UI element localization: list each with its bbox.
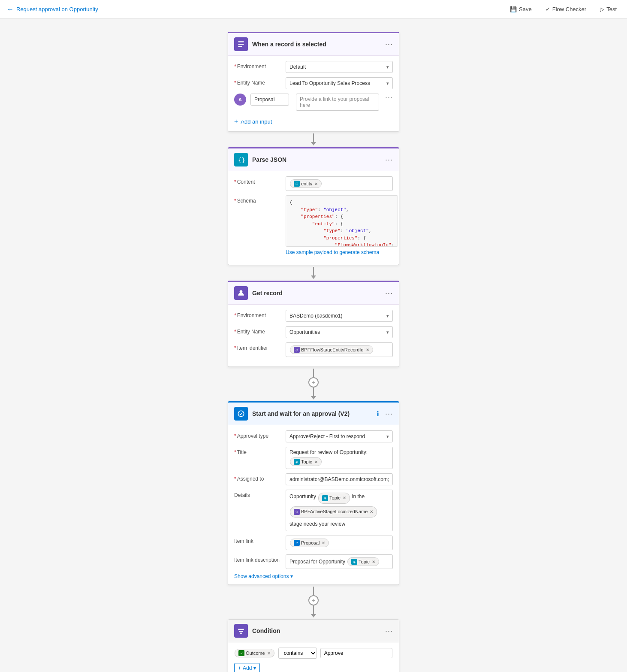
title-topic-icon: ◈ <box>294 459 300 465</box>
approval-menu[interactable]: ··· <box>385 410 393 418</box>
item-link-field[interactable]: P Proposal ✕ <box>286 536 393 550</box>
approval-title-field[interactable]: Request for review of Opportunity: ◈ Top… <box>286 447 393 469</box>
condition-menu[interactable]: ··· <box>385 627 393 635</box>
get-entity-label: *Entity Name <box>234 326 281 335</box>
nav-actions: 💾 Save ✓ Flow Checker ▷ Test <box>506 4 620 14</box>
add-input-button[interactable]: + Add an input <box>234 115 393 126</box>
connector-line <box>313 133 314 142</box>
proposal-name-field[interactable]: Proposal <box>250 94 289 106</box>
approval-title-row: *Title Request for review of Opportunity… <box>234 447 393 469</box>
add-condition-button[interactable]: + Add ▾ <box>234 663 260 672</box>
approval-card: Start and wait for an approval (V2) ℹ ··… <box>228 401 399 585</box>
item-id-label: *Item identifier <box>234 342 281 351</box>
item-link-proposal-tag: P Proposal ✕ <box>290 539 329 547</box>
add-step-button-1[interactable]: + <box>308 377 319 387</box>
connector-line-3 <box>313 369 314 377</box>
approval-type-label: *Approval type <box>234 430 281 439</box>
proposal-placeholder-field[interactable]: Provide a link to your proposal here <box>296 94 379 111</box>
get-record-menu[interactable]: ··· <box>385 289 393 297</box>
item-link-desc-row: Item link description Proposal for Oppor… <box>234 554 393 569</box>
operator-select[interactable]: contains <box>278 648 317 659</box>
get-env-select[interactable]: BASDemo (basdemo1) ▾ <box>286 310 393 322</box>
connector-arrow-2 <box>311 275 316 279</box>
proposal-menu[interactable]: ··· <box>385 94 393 101</box>
details-stage-tag: ◇ BPFActiveStageLocalizedName ✕ <box>290 506 377 518</box>
item-link-proposal-remove[interactable]: ✕ <box>322 541 325 545</box>
bpf-tag: ◇ BPFFlowStageEntityRecordId ✕ <box>290 345 373 354</box>
get-record-title: Get record <box>252 290 381 297</box>
title-topic-remove[interactable]: ✕ <box>314 460 318 464</box>
flow-checker-icon: ✓ <box>546 6 550 12</box>
details-topic-icon: ◈ <box>322 495 328 501</box>
get-entity-select[interactable]: Opportunities ▾ <box>286 326 393 338</box>
schema-label: *Schema <box>234 195 281 204</box>
condition-header: Condition ··· <box>228 620 399 642</box>
schema-field-container: { "type": "object", "properties": { "ent… <box>286 195 398 255</box>
save-button[interactable]: 💾 Save <box>506 4 535 14</box>
parse-json-body: *Content ⊞ entity ✕ *Schema { <box>228 171 399 265</box>
test-icon: ▷ <box>600 6 604 12</box>
add-step-button-2[interactable]: + <box>308 595 319 605</box>
condition-card: Condition ··· ✓ Outcome ✕ contains + Add… <box>228 619 399 672</box>
entity-row: *Entity Name Lead To Opportunity Sales P… <box>234 77 393 89</box>
show-advanced-button[interactable]: Show advanced options ▾ <box>234 573 393 579</box>
back-button[interactable]: ← Request approval on Opportunity <box>7 6 98 13</box>
proposal-row: A Proposal Provide a link to your propos… <box>234 94 393 111</box>
outcome-tag-remove[interactable]: ✕ <box>267 651 271 656</box>
env-row: *Environment Default ▾ <box>234 61 393 73</box>
details-row: Details Opportunity ◈ Topic ✕ in the <box>234 490 393 531</box>
item-link-row: Item link P Proposal ✕ <box>234 536 393 550</box>
item-link-desc-topic-tag: ◈ Topic ✕ <box>347 557 379 566</box>
svg-rect-0 <box>238 41 244 42</box>
item-id-field[interactable]: ◇ BPFFlowStageEntityRecordId ✕ <box>286 342 393 357</box>
assigned-label: *Assigned to <box>234 473 281 482</box>
condition-filter-row: ✓ Outcome ✕ contains <box>234 648 393 659</box>
assigned-field[interactable]: administrator@BASDemo.onmicrosoft.com; <box>286 473 393 485</box>
trigger-icon <box>234 37 248 51</box>
outcome-tag: ✓ Outcome ✕ <box>235 649 274 657</box>
env-chevron-icon: ▾ <box>386 64 389 70</box>
item-link-desc-field[interactable]: Proposal for Opportunity ◈ Topic ✕ <box>286 554 393 569</box>
entity-select[interactable]: Lead To Opportunity Sales Process ▾ <box>286 77 393 89</box>
env-label: *Environment <box>234 61 281 70</box>
details-label: Details <box>234 490 281 498</box>
connector-4: + <box>308 587 319 618</box>
connector-line-4b <box>313 605 314 614</box>
item-link-desc-text: Proposal for Opportunity <box>289 559 345 565</box>
entity-tag-icon: ⊞ <box>294 181 300 187</box>
top-nav: ← Request approval on Opportunity 💾 Save… <box>0 0 627 19</box>
outcome-tag-icon: ✓ <box>238 650 244 656</box>
entity-tag-remove[interactable]: ✕ <box>314 182 318 186</box>
item-link-desc-topic-remove[interactable]: ✕ <box>372 560 375 564</box>
connector-arrow-4 <box>311 614 316 618</box>
get-entity-chevron-icon: ▾ <box>386 330 389 335</box>
svg-text:{}: {} <box>238 157 245 163</box>
approval-type-select[interactable]: Approve/Reject - First to respond ▾ <box>286 430 393 442</box>
add-condition-plus-icon: + <box>238 665 241 671</box>
schema-sample-link[interactable]: Use sample payload to generate schema <box>286 249 398 255</box>
save-icon: 💾 <box>510 6 517 12</box>
details-field[interactable]: Opportunity ◈ Topic ✕ in the ◇ BPFActive… <box>286 490 393 531</box>
parse-json-menu[interactable]: ··· <box>385 156 393 163</box>
approval-header: Start and wait for an approval (V2) ℹ ··… <box>228 403 399 425</box>
schema-code[interactable]: { "type": "object", "properties": { "ent… <box>286 195 398 247</box>
test-button[interactable]: ▷ Test <box>597 4 620 14</box>
details-topic-remove[interactable]: ✕ <box>343 494 346 502</box>
trigger-menu[interactable]: ··· <box>385 40 393 48</box>
get-record-header: Get record ··· <box>228 282 399 305</box>
approval-info-icon[interactable]: ℹ <box>377 410 379 418</box>
flow-checker-button[interactable]: ✓ Flow Checker <box>542 4 590 14</box>
content-field[interactable]: ⊞ entity ✕ <box>286 176 393 191</box>
condition-value-input[interactable] <box>320 648 392 658</box>
bpf-tag-remove[interactable]: ✕ <box>366 348 369 352</box>
connector-1 <box>311 133 316 145</box>
trigger-title: When a record is selected <box>252 41 381 48</box>
item-link-desc-topic-icon: ◈ <box>351 559 357 565</box>
svg-rect-2 <box>238 46 242 47</box>
details-stage-icon: ◇ <box>294 509 300 515</box>
details-stage-remove[interactable]: ✕ <box>370 508 373 516</box>
flow-canvas: When a record is selected ··· *Environme… <box>0 19 627 672</box>
assigned-row: *Assigned to administrator@BASDemo.onmic… <box>234 473 393 485</box>
env-select[interactable]: Default ▾ <box>286 61 393 73</box>
connector-line-2 <box>313 267 314 275</box>
